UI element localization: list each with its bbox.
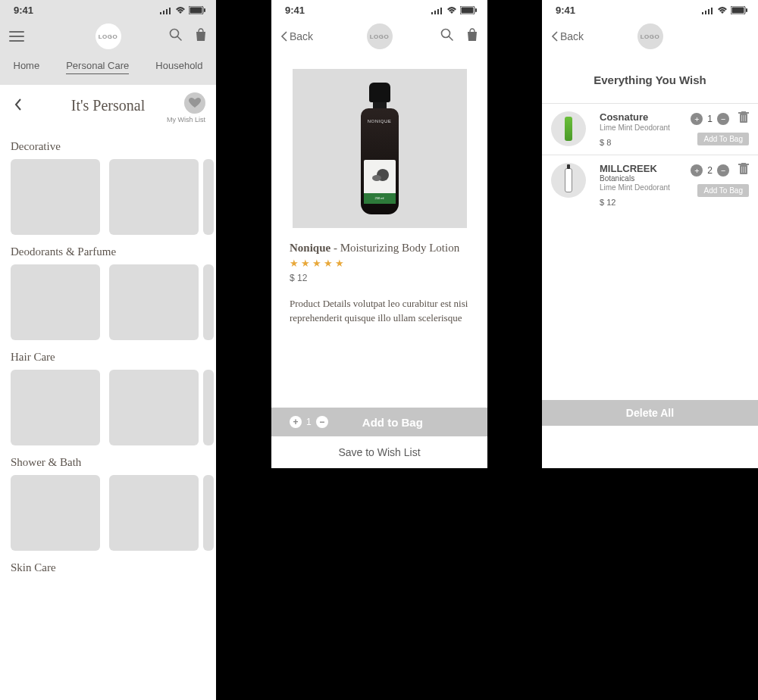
status-time: 9:41 [285, 5, 305, 16]
item-thumb[interactable] [551, 163, 586, 198]
svg-rect-11 [437, 9, 439, 14]
heart-icon [189, 98, 201, 108]
product-description: Product Details volutpat leo curabitur e… [290, 297, 469, 326]
svg-rect-12 [440, 8, 442, 14]
svg-rect-30 [741, 115, 742, 121]
bag-icon[interactable] [466, 28, 478, 45]
svg-rect-36 [741, 167, 742, 173]
item-thumb[interactable] [551, 111, 586, 146]
battery-icon [189, 6, 205, 14]
item-brand: Cosnature [600, 111, 675, 123]
quantity-stepper: + 1 − [691, 111, 749, 127]
header-bar: Back LOGO [542, 17, 758, 55]
back-button[interactable]: Back [551, 30, 584, 42]
product-price: $ 12 [290, 273, 469, 283]
item-actions: + 1 − Add To Bag [681, 111, 749, 145]
product-info: Nonique - Moisturizing Body Lotion ★★★★★… [271, 228, 487, 339]
search-icon[interactable] [440, 28, 454, 45]
menu-button[interactable] [9, 31, 24, 42]
svg-rect-22 [708, 9, 709, 14]
wifi-icon [175, 7, 186, 14]
product-thumb[interactable] [11, 370, 100, 445]
quantity-stepper: + 2 − [691, 163, 749, 178]
product-thumb[interactable] [11, 475, 100, 551]
rating-stars[interactable]: ★★★★★ [290, 258, 469, 270]
svg-line-8 [177, 36, 181, 40]
section-decorative: Decorative [0, 130, 216, 159]
qty-decrease[interactable]: − [717, 164, 729, 177]
product-thumb[interactable] [109, 475, 199, 551]
product-thumb[interactable] [203, 370, 214, 445]
row-decorative[interactable] [0, 159, 216, 235]
status-time: 9:41 [556, 5, 575, 16]
product-thumb[interactable] [11, 159, 100, 235]
header-area: 9:41 LOGO Home Personal Ca [0, 0, 216, 85]
svg-point-19 [372, 175, 381, 181]
add-to-bag-button[interactable]: Add to Bag [298, 416, 487, 429]
page-title: It's Personal [11, 97, 205, 114]
search-icon[interactable] [169, 28, 183, 45]
qty-increase[interactable]: + [691, 113, 703, 125]
page-title: Everything You Wish [542, 55, 758, 103]
svg-rect-32 [745, 115, 746, 121]
wishlist-item: MILLCREEK Botanicals Lime Mint Deodorant… [542, 155, 758, 214]
product-thumb[interactable] [109, 370, 199, 445]
product-brand: Nonique [290, 242, 330, 254]
back-button[interactable]: Back [280, 30, 313, 42]
wifi-icon [717, 7, 728, 14]
wishlist-button[interactable] [184, 92, 205, 114]
bag-icon[interactable] [195, 28, 207, 45]
qty-value: 2 [707, 165, 713, 176]
qty-value: 1 [707, 114, 713, 124]
product-thumb[interactable] [203, 159, 214, 235]
add-to-bag-button[interactable]: Add To Bag [697, 184, 749, 197]
row-shower[interactable] [0, 475, 216, 551]
page-title-row: It's Personal [0, 85, 216, 116]
save-to-wishlist-button[interactable]: Save to Wish List [271, 436, 487, 468]
product-image[interactable]: NONIQUE 250 ml [293, 69, 467, 228]
screen-category: 9:41 LOGO Home Personal Ca [0, 0, 216, 700]
row-hair[interactable] [0, 370, 216, 445]
header-bar: LOGO [0, 17, 216, 55]
tab-personal-care[interactable]: Personal Care [66, 60, 129, 74]
status-bar: 9:41 [0, 0, 216, 17]
item-actions: + 2 − Add To Bag [681, 163, 749, 197]
product-thumb[interactable] [203, 264, 214, 340]
signal-icon [431, 7, 443, 14]
status-icons [702, 6, 747, 14]
delete-item-button[interactable] [738, 163, 749, 178]
logo[interactable]: LOGO [637, 23, 663, 49]
svg-line-17 [449, 36, 453, 40]
delete-item-button[interactable] [738, 111, 749, 127]
product-thumb[interactable] [203, 475, 214, 551]
svg-rect-0 [160, 12, 161, 14]
item-brand: MILLCREEK [600, 163, 675, 174]
status-icons [160, 6, 205, 14]
bottle-size-text: 250 ml [364, 193, 396, 204]
status-bar: 9:41 [542, 0, 758, 17]
battery-icon [731, 6, 747, 14]
item-subbrand: Botanicals [600, 174, 675, 183]
logo[interactable]: LOGO [96, 23, 121, 49]
qty-decrease[interactable]: − [717, 113, 729, 125]
back-chevron[interactable] [14, 98, 23, 114]
tab-household[interactable]: Household [155, 60, 202, 74]
section-hair: Hair Care [0, 340, 216, 370]
svg-rect-31 [744, 115, 744, 121]
delete-all-button[interactable]: Delete All [542, 400, 758, 426]
row-deodorants[interactable] [0, 264, 216, 340]
item-info: Cosnature Lime Mint Deodorant $ 8 [600, 111, 675, 147]
product-thumb[interactable] [109, 159, 199, 235]
product-thumb[interactable] [11, 264, 100, 340]
wishlist-label: My Wish List [0, 116, 216, 130]
svg-rect-37 [744, 167, 744, 173]
svg-rect-26 [746, 8, 747, 12]
svg-rect-3 [169, 8, 171, 14]
add-to-bag-button[interactable]: Add To Bag [697, 133, 749, 145]
svg-rect-21 [705, 11, 706, 14]
tab-home[interactable]: Home [14, 60, 40, 74]
product-thumb[interactable] [109, 264, 199, 340]
logo[interactable]: LOGO [367, 23, 393, 49]
wifi-icon [446, 7, 457, 14]
qty-increase[interactable]: + [691, 164, 703, 177]
